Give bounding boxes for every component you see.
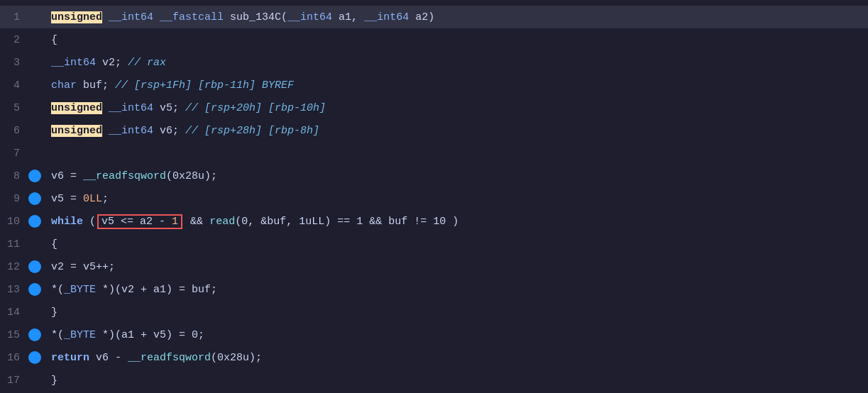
code-text: { [51,34,57,46]
type-keyword: __int64 [109,11,153,23]
code-content: unsigned __int64 v5; // [rsp+20h] [rbp-1… [45,102,868,114]
code-line: 8 v6 = __readfsqword(0x28u); [0,165,868,187]
code-text: (0x28u); [211,352,262,364]
code-content: } [45,306,868,319]
code-text: } [51,375,57,387]
line-number: 13 [0,284,28,296]
breakpoint-dot[interactable] [28,260,41,273]
code-content: return v6 - __readfsqword(0x28u); [45,352,868,364]
code-content: } [45,375,868,387]
code-text: v5 = [51,193,83,205]
code-text: v6; [153,125,185,137]
code-text: v2 = v5++; [51,261,115,273]
code-content: while (v5 <= a2 - 1 && read(0, &buf, 1uL… [45,214,868,229]
code-line: 12 v2 = v5++; [0,255,868,278]
breakpoint-dot[interactable] [28,215,41,228]
line-number: 4 [0,79,28,92]
code-line: 9 v5 = 0LL; [0,187,868,210]
no-breakpoint-space [28,79,41,92]
code-text: (0, &buf, 1uLL) == 1 && buf != 10 ) [235,216,458,228]
no-breakpoint-space [28,33,41,46]
function-name: __readfsqword [83,170,166,182]
number-literal: 0LL [83,193,102,205]
code-line: 6 unsigned __int64 v6; // [rsp+28h] [rbp… [0,119,868,142]
type-keyword: __int64 [287,11,332,23]
type-keyword: char [51,79,77,92]
code-content: __int64 v2; // rax [45,57,868,69]
code-text [102,11,109,23]
breakpoint-dot[interactable] [28,328,41,341]
line-number: 5 [0,102,28,114]
code-text: && [184,216,209,228]
code-line: 10while (v5 <= a2 - 1 && read(0, &buf, 1… [0,210,868,233]
no-breakpoint-space [28,306,41,319]
code-line: 11 { [0,233,868,255]
code-line: 16 return v6 - __readfsqword(0x28u); [0,346,868,369]
code-content: v5 = 0LL; [45,193,868,205]
code-text: *)(a1 + v5) = 0; [96,329,204,341]
line-number: 6 [0,125,28,137]
keyword-unsigned: unsigned [51,102,102,114]
line-number: 14 [0,306,28,319]
code-text: *( [51,329,64,341]
code-line: 7 [0,142,868,165]
code-line: 14 } [0,301,868,323]
keyword-unsigned: unsigned [51,125,102,137]
line-number: 2 [0,34,28,46]
type-keyword: __fastcall [160,11,224,23]
code-content: *(_BYTE *)(v2 + a1) = buf; [45,284,868,296]
no-breakpoint-space [28,374,41,387]
line-number: 16 [0,352,28,364]
comment-text: // [rsp+28h] [rbp-8h] [185,125,319,137]
code-content: { [45,34,868,46]
breakpoint-dot[interactable] [28,283,41,296]
code-text [102,102,109,114]
code-text: sub_134C( [224,11,287,23]
code-text [153,11,160,23]
function-name: read [209,216,235,228]
type-keyword: __int64 [51,57,96,69]
code-text: v2; [96,57,128,69]
comment-text: // rax [128,57,166,69]
code-content: unsigned __int64 v6; // [rsp+28h] [rbp-8… [45,125,868,137]
breakpoint-dot[interactable] [28,351,41,364]
highlighted-expression: v5 <= a2 - 1 [97,214,182,229]
code-content: *(_BYTE *)(a1 + v5) = 0; [45,329,868,341]
line-number: 17 [0,375,28,387]
type-keyword: __int64 [364,11,409,23]
code-content: unsigned __int64 __fastcall sub_134C(__i… [45,11,868,23]
code-text: { [51,238,57,250]
code-text: ( [83,216,96,228]
code-line: 4 char buf; // [rsp+1Fh] [rbp-11h] BYREF [0,74,868,96]
line-number: 1 [0,11,28,23]
type-keyword: _BYTE [64,284,96,296]
type-keyword: __int64 [109,125,153,137]
line-number: 12 [0,261,28,273]
code-line: 13 *(_BYTE *)(v2 + a1) = buf; [0,278,868,301]
code-content: v6 = __readfsqword(0x28u); [45,170,868,182]
code-text: } [51,306,57,319]
keyword-unsigned: unsigned [51,11,102,23]
no-breakpoint-space [28,11,41,23]
code-text: v6 = [51,170,83,182]
comment-text: // [rsp+1Fh] [rbp-11h] BYREF [115,79,294,92]
no-breakpoint-space [28,101,41,114]
code-line: 17} [0,369,868,392]
code-text: *( [51,284,64,296]
comment-text: // [rsp+20h] [rbp-10h] [185,102,326,114]
code-text: ; [102,193,109,205]
code-content: char buf; // [rsp+1Fh] [rbp-11h] BYREF [45,79,868,92]
code-text [102,125,109,137]
code-view: 1unsigned __int64 __fastcall sub_134C(__… [0,0,868,393]
breakpoint-dot[interactable] [28,192,41,205]
code-line: 5 unsigned __int64 v5; // [rsp+20h] [rbp… [0,96,868,119]
code-text: *)(v2 + a1) = buf; [96,284,217,296]
code-content: v2 = v5++; [45,261,868,273]
line-number: 10 [0,216,28,228]
line-number: 3 [0,57,28,69]
breakpoint-dot[interactable] [28,170,41,182]
line-number: 9 [0,193,28,205]
no-breakpoint-space [28,147,41,160]
keyword-blue: while [51,216,83,228]
code-text: a2) [409,11,434,23]
